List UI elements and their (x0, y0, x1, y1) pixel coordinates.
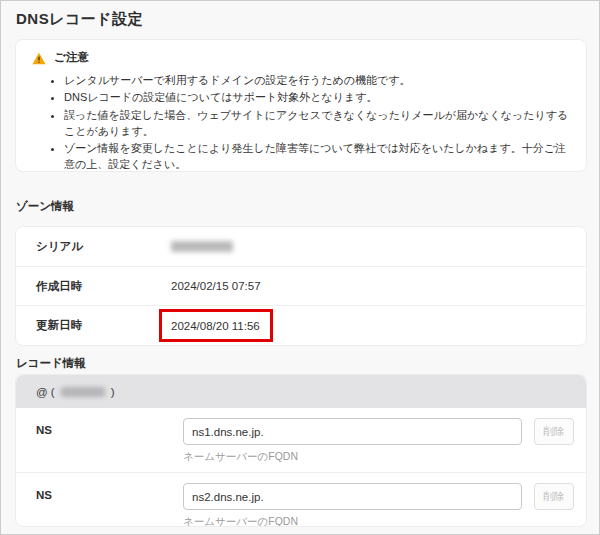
created-at-label: 作成日時 (36, 279, 171, 294)
warning-triangle-icon (32, 51, 46, 64)
notice-card: ご注意 レンタルサーバーで利用するドメインの設定を行うための機能です。 DNSレ… (15, 39, 587, 172)
serial-value-redacted (171, 241, 233, 252)
updated-at-label: 更新日時 (36, 318, 171, 333)
updated-at-value: 2024/08/20 11:56 (171, 320, 260, 332)
zone-row-created: 作成日時 2024/02/15 07:57 (16, 267, 586, 307)
zone-section-title: ゾーン情報 (16, 199, 74, 214)
domain-redacted (61, 387, 105, 397)
record-value-group: ネームサーバーのFQDN (183, 418, 522, 464)
group-header-prefix: @ ( (36, 386, 55, 398)
ns2-helper-text: ネームサーバーのFQDN (183, 515, 522, 527)
notice-header: ご注意 (32, 50, 570, 65)
serial-label: シリアル (36, 239, 171, 254)
notice-item: レンタルサーバーで利用するドメインの設定を行うための機能です。 (64, 72, 570, 88)
record-row-ns2: NS ネームサーバーのFQDN 削除 (16, 473, 586, 527)
notice-title: ご注意 (54, 50, 89, 65)
record-row-ns1: NS ネームサーバーのFQDN 削除 (16, 408, 586, 473)
ns1-delete-button[interactable]: 削除 (534, 418, 574, 445)
record-value-group: ネームサーバーのFQDN (183, 483, 522, 527)
record-section-title: レコード情報 (16, 356, 86, 371)
record-type-label: NS (36, 489, 171, 501)
group-header-suffix: ) (111, 386, 115, 398)
highlight-annotation-box: 2024/08/20 11:56 (159, 309, 273, 342)
ns1-helper-text: ネームサーバーのFQDN (183, 450, 522, 464)
notice-item: ゾーン情報を変更したことにより発生した障害等について弊社では対応をいたしかねます… (64, 140, 570, 173)
notice-list: レンタルサーバーで利用するドメインの設定を行うための機能です。 DNSレコードの… (32, 72, 570, 173)
zone-row-serial: シリアル (16, 227, 586, 267)
ns2-delete-button[interactable]: 削除 (534, 483, 574, 510)
zone-info-card: シリアル 作成日時 2024/02/15 07:57 更新日時 2024/08/… (15, 226, 587, 346)
zone-row-updated: 更新日時 2024/08/20 11:56 (16, 306, 586, 345)
notice-item: 誤った値を設定した場合、ウェブサイトにアクセスできなくなったりメールが届かなくな… (64, 107, 570, 140)
record-type-label: NS (36, 424, 171, 436)
record-info-card: @ ( ) NS ネームサーバーのFQDN 削除 NS ネームサーバーのFQDN… (15, 374, 587, 527)
notice-item: DNSレコードの設定値についてはサポート対象外となります。 (64, 89, 570, 105)
page-title: DNSレコード設定 (16, 10, 143, 29)
ns1-value-input[interactable] (183, 418, 522, 445)
dns-record-settings-page: DNSレコード設定 ご注意 レンタルサーバーで利用するドメインの設定を行うための… (0, 0, 600, 535)
record-group-header: @ ( ) (16, 375, 586, 408)
ns2-value-input[interactable] (183, 483, 522, 510)
created-at-value: 2024/02/15 07:57 (171, 280, 261, 292)
